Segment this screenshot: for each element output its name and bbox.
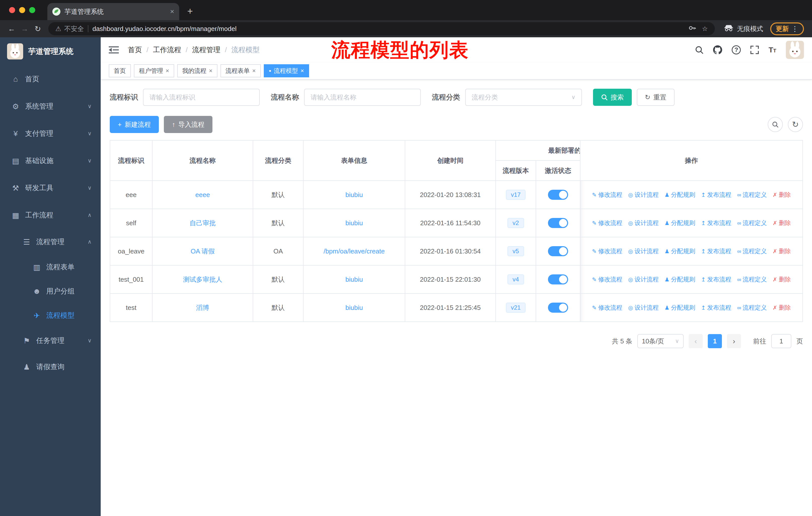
fullscreen-icon[interactable]	[750, 46, 759, 54]
url-bar[interactable]: ⚠ 不安全 dashboard.yudao.iocoder.cn/bpm/man…	[48, 22, 715, 35]
action-design-process[interactable]: ◎设计流程	[628, 276, 659, 283]
close-window-button[interactable]	[9, 7, 15, 13]
process-name-link[interactable]: 滔博	[196, 304, 209, 311]
new-tab-button[interactable]: +	[187, 6, 193, 17]
active-toggle[interactable]	[548, 303, 568, 313]
form-link[interactable]: biubiu	[345, 191, 363, 198]
active-toggle[interactable]	[548, 274, 568, 284]
process-name-input[interactable]	[304, 89, 421, 106]
action-design-process[interactable]: ◎设计流程	[628, 219, 659, 226]
action-publish-process[interactable]: ↥发布流程	[701, 304, 731, 311]
action-edit-process[interactable]: ✎修改流程	[592, 219, 622, 226]
sidebar-item-user-group[interactable]: ☻ 用户分组	[0, 279, 101, 303]
active-toggle[interactable]	[548, 218, 568, 228]
action-process-definition[interactable]: ∞流程定义	[737, 304, 767, 311]
action-delete[interactable]: ✗删除	[773, 191, 791, 198]
sidebar-item-process-form[interactable]: ▥ 流程表单	[0, 255, 101, 279]
back-icon[interactable]: ←	[5, 24, 18, 33]
close-icon[interactable]: ×	[166, 67, 169, 74]
sidebar-collapse-icon[interactable]	[109, 45, 119, 54]
action-design-process[interactable]: ◎设计流程	[628, 248, 659, 254]
current-page-button[interactable]: 1	[708, 334, 722, 348]
sidebar-item-infrastructure[interactable]: ▤ 基础设施 ∨	[0, 147, 101, 174]
sidebar-item-workflow[interactable]: ▦ 工作流程 ∧	[0, 201, 101, 229]
action-assign-rule[interactable]: ♟分配规则	[665, 248, 695, 254]
refresh-table-button[interactable]: ↻	[788, 117, 803, 132]
tag-my-process[interactable]: 我的流程 ×	[177, 64, 218, 77]
breadcrumb-home[interactable]: 首页	[128, 45, 142, 55]
form-link[interactable]: /bpm/oa/leave/create	[324, 247, 385, 255]
process-name-link[interactable]: OA 请假	[191, 247, 214, 255]
breadcrumb-process-management[interactable]: 流程管理	[192, 45, 221, 55]
close-icon[interactable]: ×	[252, 67, 256, 74]
security-warning[interactable]: ⚠ 不安全	[55, 24, 84, 33]
search-icon[interactable]	[695, 46, 703, 54]
sidebar-item-task-management[interactable]: ⚑ 任务管理 ∨	[0, 328, 101, 354]
action-publish-process[interactable]: ↥发布流程	[701, 248, 731, 254]
forward-icon[interactable]: →	[18, 24, 31, 33]
reset-button[interactable]: ↻ 重置	[637, 89, 674, 106]
reload-icon[interactable]: ↻	[31, 24, 44, 33]
help-icon[interactable]: ?	[732, 45, 741, 54]
sidebar-item-leave-query[interactable]: ♟ 请假查询	[0, 354, 101, 380]
close-icon[interactable]: ×	[209, 67, 212, 74]
toggle-search-button[interactable]	[768, 117, 783, 132]
update-button[interactable]: 更新 ⋮	[770, 22, 804, 35]
action-assign-rule[interactable]: ♟分配规则	[665, 304, 695, 311]
action-edit-process[interactable]: ✎修改流程	[592, 304, 622, 311]
page-size-select[interactable]: 10条/页 ∨	[637, 334, 684, 348]
tag-process-model[interactable]: ● 流程模型 ×	[264, 64, 309, 77]
user-avatar[interactable]	[786, 41, 804, 59]
action-delete[interactable]: ✗删除	[773, 219, 791, 226]
action-design-process[interactable]: ◎设计流程	[628, 304, 659, 311]
sidebar-item-home[interactable]: ⌂ 首页	[0, 65, 101, 93]
import-process-button[interactable]: ↑ 导入流程	[164, 116, 212, 133]
action-process-definition[interactable]: ∞流程定义	[737, 219, 767, 226]
action-publish-process[interactable]: ↥发布流程	[701, 276, 731, 283]
browser-tab[interactable]: 芋道管理系统 ×	[47, 3, 179, 20]
action-publish-process[interactable]: ↥发布流程	[701, 191, 731, 198]
action-delete[interactable]: ✗删除	[773, 304, 791, 311]
action-assign-rule[interactable]: ♟分配规则	[665, 219, 695, 226]
browser-menu-icon[interactable]: ⋮	[791, 25, 799, 33]
process-name-link[interactable]: 自己审批	[190, 219, 216, 227]
password-key-icon[interactable]	[689, 24, 696, 33]
tag-tenant[interactable]: 租户管理 ×	[134, 64, 174, 77]
action-delete[interactable]: ✗删除	[773, 276, 791, 283]
action-assign-rule[interactable]: ♟分配规则	[665, 191, 695, 198]
sidebar-item-process-model[interactable]: ✈ 流程模型	[0, 303, 101, 328]
action-design-process[interactable]: ◎设计流程	[628, 191, 659, 198]
active-toggle[interactable]	[548, 190, 568, 200]
zoom-window-button[interactable]	[29, 7, 35, 13]
action-delete[interactable]: ✗删除	[773, 248, 791, 254]
action-edit-process[interactable]: ✎修改流程	[592, 248, 622, 254]
process-name-link[interactable]: 测试多审批人	[183, 276, 222, 283]
github-icon[interactable]	[713, 45, 722, 54]
form-link[interactable]: biubiu	[345, 219, 363, 227]
category-select[interactable]: 流程分类 ∨	[465, 89, 582, 106]
action-edit-process[interactable]: ✎修改流程	[592, 191, 622, 198]
sidebar-item-devtools[interactable]: ⚒ 研发工具 ∨	[0, 174, 101, 201]
sidebar-item-system[interactable]: ⚙ 系统管理 ∨	[0, 93, 101, 120]
goto-page-input[interactable]	[771, 334, 791, 348]
action-publish-process[interactable]: ↥发布流程	[701, 219, 731, 226]
breadcrumb-workflow[interactable]: 工作流程	[153, 45, 181, 55]
process-name-link[interactable]: eeee	[195, 191, 210, 198]
create-process-button[interactable]: + 新建流程	[110, 116, 159, 133]
form-link[interactable]: biubiu	[345, 276, 363, 283]
search-button[interactable]: 搜索	[593, 89, 632, 106]
action-process-definition[interactable]: ∞流程定义	[737, 276, 767, 283]
minimize-window-button[interactable]	[19, 7, 25, 13]
active-toggle[interactable]	[548, 246, 568, 256]
action-process-definition[interactable]: ∞流程定义	[737, 248, 767, 254]
tab-close-icon[interactable]: ×	[170, 7, 174, 16]
action-process-definition[interactable]: ∞流程定义	[737, 191, 767, 198]
prev-page-button[interactable]: ‹	[689, 334, 703, 348]
bookmark-star-icon[interactable]: ☆	[702, 25, 708, 33]
form-link[interactable]: biubiu	[345, 304, 363, 311]
process-id-input[interactable]	[143, 89, 260, 106]
font-size-icon[interactable]: TT	[768, 46, 776, 54]
next-page-button[interactable]: ›	[727, 334, 741, 348]
close-icon[interactable]: ×	[300, 67, 304, 74]
action-edit-process[interactable]: ✎修改流程	[592, 276, 622, 283]
